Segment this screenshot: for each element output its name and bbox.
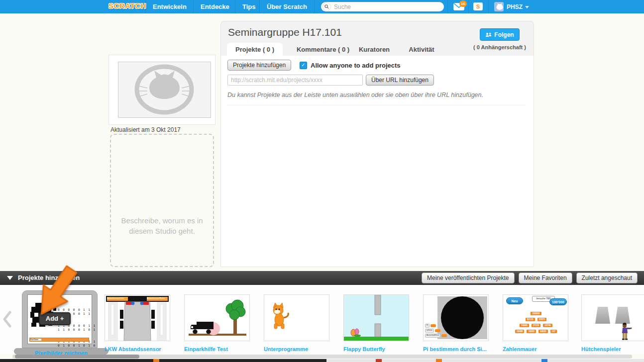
nav-link-tips[interactable]: Tips: [242, 3, 256, 10]
project-thumbnail-zahlenmauer[interactable]: Neu Versuche 7880 100'000 100000 8212537…: [503, 294, 568, 352]
add-by-url-button[interactable]: Über URL hinzufügen: [366, 75, 434, 86]
follow-button[interactable]: Folgen: [480, 28, 520, 41]
project-thumbnail-flappy[interactable]: Flappy Butterfly: [343, 294, 409, 352]
bottom-strip-detail: [541, 359, 547, 362]
variable-readout: AusserhalbKreis: [425, 334, 447, 338]
allow-anyone-checkbox[interactable]: ✓: [300, 62, 307, 69]
project-title[interactable]: Unterprogramme: [264, 346, 329, 352]
studio-description-placeholder[interactable]: Beschreibe, worum es in diesem Studio ge…: [110, 134, 214, 267]
messages-count-badge: 16: [459, 0, 467, 7]
my-stuff-icon[interactable]: S: [473, 2, 483, 10]
description-line: diesem Studio geht.: [111, 226, 213, 236]
projects-tab-content: Projekte hinzufügen ✓ Allow anyone to ad…: [220, 56, 534, 267]
follow-button-label: Folgen: [494, 31, 514, 38]
cat-placeholder-icon: [118, 62, 211, 117]
updated-date: Aktualisiert am 3 Okt 2017: [110, 126, 181, 133]
nav-link-entwickeln[interactable]: Entwickeln: [153, 3, 187, 10]
project-thumbnail-huetchenspieler[interactable]: Hütchenspieler: [581, 294, 644, 352]
collapse-triangle-icon[interactable]: [7, 276, 13, 280]
sensor-left-label: Abstandssensor Links: [107, 297, 127, 300]
content-divider: [227, 105, 526, 105]
studio-header-panel: Seminargruppe H17.101 Folgen ( 0 Anhänge…: [220, 21, 534, 56]
project-title[interactable]: Pi bestimmen durch Si...: [423, 346, 489, 352]
bottom-strip-detail: [153, 359, 159, 362]
project-image: [184, 294, 250, 341]
project-title[interactable]: Flappy Butterfly: [343, 346, 409, 352]
scratch-logo[interactable]: SCRATCH: [108, 1, 146, 10]
project-thumbnail-lkw[interactable]: Abstandssensor Links Abstandssensor Rech…: [105, 294, 170, 352]
bottom-window-strip: [0, 359, 326, 362]
project-title[interactable]: Hütchenspieler: [581, 346, 644, 352]
variable-readout: imKreis: [425, 329, 440, 333]
recently-viewed-button[interactable]: Zuletzt angeschaut: [576, 272, 638, 283]
project-url-input[interactable]: [227, 75, 363, 86]
number-wall: 100000 8212537875 549902713510740 184881…: [507, 312, 565, 336]
nav-divider: [488, 0, 489, 13]
nav-divider: [447, 0, 448, 13]
add-project-overlay-button[interactable]: Add +: [39, 312, 71, 325]
total-button: 100'000: [549, 298, 567, 305]
tab-projekte[interactable]: Projekte ( 0 ): [227, 43, 283, 56]
followers-icon: [485, 32, 492, 37]
chevron-down-icon[interactable]: [525, 6, 529, 8]
search-input[interactable]: [333, 3, 444, 11]
nav-link-ueber-scratch[interactable]: Über Scratch: [267, 3, 307, 10]
carousel-scrollbar-thumb[interactable]: [15, 355, 139, 359]
scratch-cat-art: [264, 295, 329, 341]
project-title[interactable]: Zahlenmauer: [503, 346, 568, 352]
nav-divider: [145, 0, 146, 13]
project-title[interactable]: Einparkhilfe Test: [184, 346, 250, 352]
studio-title: Seminargruppe H17.101: [228, 26, 342, 38]
search-icon: [322, 2, 331, 11]
bottom-strip-detail: [376, 359, 382, 362]
project-image: Pi imKreis AusserhalbKreis: [423, 294, 489, 341]
project-thumbnail-pi[interactable]: Pi imKreis AusserhalbKreis Pi bestimmen …: [423, 294, 489, 352]
carousel-left-icon[interactable]: [2, 311, 12, 330]
studio-avatar-image: [118, 62, 211, 118]
nav-divider: [314, 0, 315, 13]
pixel-data-label: Pixel Daten: [30, 339, 41, 341]
nav-divider: [468, 0, 469, 13]
dock-title: Projekte hinzufügen: [18, 274, 80, 281]
project-image: [264, 294, 329, 341]
allow-anyone-label: Allow anyone to add projects: [311, 62, 401, 69]
pixel-data-strip: Pixel Daten: [29, 338, 89, 342]
tab-kuratoren[interactable]: Kuratoren: [354, 43, 394, 56]
nav-divider: [235, 0, 235, 13]
top-nav-bar: SCRATCH Entwickeln Entdecke Tips Über Sc…: [0, 0, 644, 13]
project-carousel: 0 0 0 0 0 1 10 1 1 0 0 1 1 1 1 0 0 0 0 1…: [0, 285, 644, 354]
studio-avatar-panel: [108, 55, 215, 125]
project-thumbnail-unterprogramme[interactable]: Unterprogramme: [264, 294, 329, 352]
tab-kommentare[interactable]: Kommentare ( 0 ): [296, 43, 350, 56]
nav-divider: [259, 0, 260, 13]
project-image: [581, 294, 644, 341]
add-projects-button[interactable]: Projekte hinzufügen: [227, 60, 291, 71]
description-line: Beschreibe, worum es in: [111, 215, 213, 226]
search-box: [321, 2, 444, 11]
project-dock-bar: Projekte hinzufügen Meine veröffentlicht…: [0, 271, 644, 285]
tab-aktivitaet[interactable]: Aktivität: [404, 43, 439, 56]
add-projects-hint: Du kannst Projekte aus der Leiste unten …: [227, 91, 483, 98]
variable-readout: Pi: [425, 324, 436, 328]
neu-button: Neu: [506, 297, 523, 304]
user-avatar[interactable]: [494, 2, 504, 11]
messages-icon[interactable]: 16: [453, 3, 464, 10]
bottom-strip-detail: [436, 359, 442, 362]
project-image: Abstandssensor Links Abstandssensor Rech…: [105, 294, 170, 341]
followers-count: ( 0 Anhängerschaft ): [467, 44, 532, 50]
sensor-right-label: Abstandssensor Rechts: [147, 297, 167, 300]
project-title[interactable]: LKW Abstandssensor: [105, 346, 170, 352]
nav-link-entdecke[interactable]: Entdecke: [201, 3, 229, 10]
project-image: Neu Versuche 7880 100'000 100000 8212537…: [503, 294, 568, 341]
my-favorites-button[interactable]: Meine Favoriten: [519, 272, 572, 283]
bottom-window-strip: [326, 359, 644, 362]
project-thumbnail-einparkhilfe[interactable]: Einparkhilfe Test: [184, 294, 250, 352]
laptop-base: Pixelbilder zeichnen: [14, 348, 108, 355]
username-label[interactable]: PHSZ: [507, 3, 523, 10]
nav-divider: [193, 0, 194, 13]
check-icon: ✓: [301, 62, 305, 68]
my-shared-projects-button[interactable]: Meine veröffentlichten Projekte: [422, 272, 515, 283]
project-image: [343, 294, 409, 341]
